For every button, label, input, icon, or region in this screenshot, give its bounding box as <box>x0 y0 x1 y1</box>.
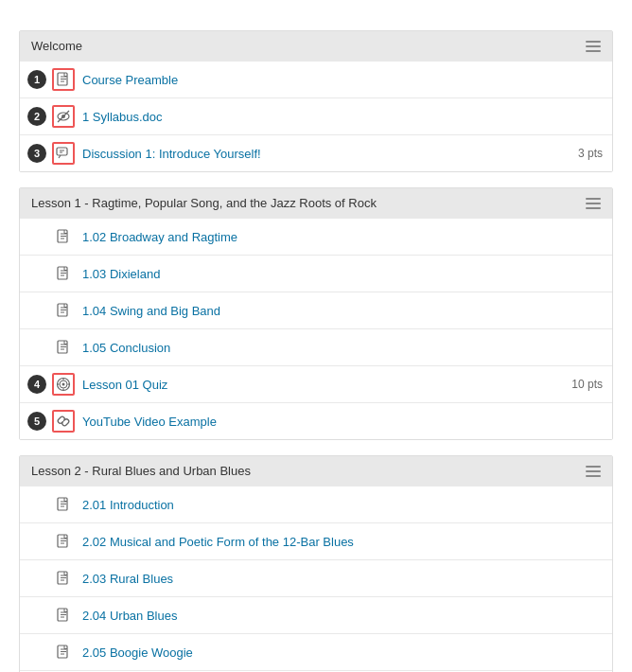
list-item: 2.04 Urban Blues <box>20 596 612 633</box>
item-title-item-l1-2[interactable]: 1.03 Dixieland <box>82 267 603 281</box>
section-welcome: Welcome1 Course Preamble2 1 Syllabus.doc… <box>19 30 613 172</box>
list-item: 2.01 Introduction <box>20 486 612 522</box>
item-title-item-l1-4[interactable]: 1.05 Conclusion <box>82 341 603 355</box>
item-title-item-2[interactable]: 1 Syllabus.doc <box>82 110 603 124</box>
list-item: 1.04 Swing and Big Band <box>20 292 612 328</box>
hamburger-menu-icon[interactable] <box>586 41 601 52</box>
item-title-item-1[interactable]: Course Preamble <box>82 73 603 87</box>
section-title-lesson1: Lesson 1 - Ragtime, Popular Song, and th… <box>31 196 377 210</box>
section-header-lesson1: Lesson 1 - Ragtime, Popular Song, and th… <box>20 188 612 218</box>
section-title-welcome: Welcome <box>31 39 82 53</box>
list-item: 3 Discussion 1: Introduce Yourself!3 pts <box>20 134 612 171</box>
item-points-item-l1-5: 10 pts <box>571 378 603 391</box>
svg-rect-3 <box>57 148 67 155</box>
list-item: 2.05 Boogie Woogie <box>20 633 612 670</box>
item-points-item-3: 3 pts <box>578 147 603 160</box>
badge-5: 5 <box>27 412 46 431</box>
item-title-item-l1-6[interactable]: YouTube Video Example <box>82 415 603 429</box>
chat-icon <box>52 142 75 165</box>
doc-icon <box>52 493 75 516</box>
list-item: 1 Course Preamble <box>20 61 612 97</box>
link-icon <box>52 410 75 433</box>
doc-icon <box>52 530 75 553</box>
doc-icon <box>52 604 75 627</box>
list-item: 2.02 Musical and Poetic Form of the 12-B… <box>20 522 612 559</box>
item-title-item-l2-1[interactable]: 2.01 Introduction <box>82 498 603 512</box>
list-item: 2 1 Syllabus.doc <box>20 97 612 134</box>
section-lesson1: Lesson 1 - Ragtime, Popular Song, and th… <box>19 187 613 440</box>
quiz-icon <box>52 373 75 396</box>
badge-1: 1 <box>27 70 46 89</box>
doc-icon <box>52 567 75 590</box>
badge-4: 4 <box>27 375 46 394</box>
doc-icon <box>52 225 75 248</box>
eye-icon <box>52 105 75 128</box>
doc-icon <box>52 336 75 359</box>
doc-icon <box>52 262 75 285</box>
hamburger-menu-icon[interactable] <box>586 198 601 209</box>
section-header-lesson2: Lesson 2 - Rural Blues and Urban Blues <box>20 456 612 486</box>
svg-point-10 <box>62 383 65 386</box>
section-header-welcome: Welcome <box>20 31 612 61</box>
badge-3: 3 <box>27 144 46 163</box>
badge-2: 2 <box>27 107 46 126</box>
section-lesson2: Lesson 2 - Rural Blues and Urban Blues 2… <box>19 455 613 672</box>
doc-icon <box>52 299 75 322</box>
list-item: 1.02 Broadway and Ragtime <box>20 218 612 255</box>
item-title-item-l2-4[interactable]: 2.04 Urban Blues <box>82 609 603 623</box>
item-title-item-l1-1[interactable]: 1.02 Broadway and Ragtime <box>82 230 603 244</box>
list-item: 4 Lesson 01 Quiz10 pts <box>20 365 612 402</box>
item-title-item-l2-3[interactable]: 2.03 Rural Blues <box>82 572 603 586</box>
item-title-item-l2-5[interactable]: 2.05 Boogie Woogie <box>82 645 603 660</box>
doc-icon <box>52 641 75 663</box>
item-title-item-l2-2[interactable]: 2.02 Musical and Poetic Form of the 12-B… <box>82 535 603 549</box>
hamburger-menu-icon[interactable] <box>586 466 601 477</box>
item-title-item-l1-5[interactable]: Lesson 01 Quiz <box>82 378 562 392</box>
list-item: 2.03 Rural Blues <box>20 559 612 596</box>
section-title-lesson2: Lesson 2 - Rural Blues and Urban Blues <box>31 464 251 478</box>
doc-icon <box>52 68 75 91</box>
list-item: 1.03 Dixieland <box>20 255 612 292</box>
item-title-item-3[interactable]: Discussion 1: Introduce Yourself! <box>82 147 569 161</box>
item-title-item-l1-3[interactable]: 1.04 Swing and Big Band <box>82 304 603 318</box>
list-item: 5 YouTube Video Example <box>20 402 612 439</box>
list-item: 1.05 Conclusion <box>20 328 612 365</box>
